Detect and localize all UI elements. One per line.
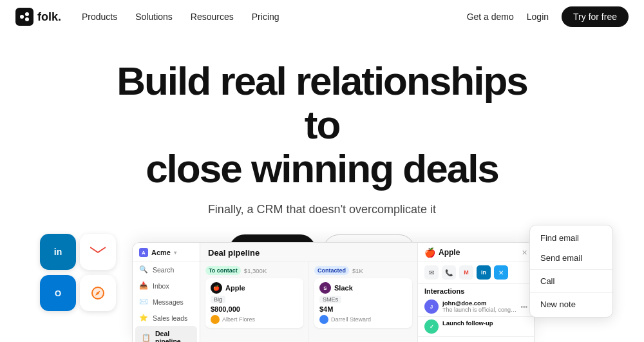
sidebar-item-messages[interactable]: ✉️ Messages xyxy=(133,294,200,310)
apple-action-bar: ✉ 📞 M in ✕ xyxy=(418,261,534,284)
mockup-area: in O A Acme ▾ 🔍 Search xyxy=(0,233,644,342)
col-header-to-contact: To contact $1,300K xyxy=(205,266,303,275)
to-contact-amount: $1,300K xyxy=(244,267,267,274)
card-slack[interactable]: S Slack SMEs $4M Darrell Steward xyxy=(314,278,412,328)
follow-up-row[interactable]: ✓ Launch follow-up xyxy=(418,317,534,337)
apple-detail-panel: 🍎 Apple ✕ ✉ 📞 M in ✕ Interactions J john… xyxy=(418,243,534,342)
linkedin-action-icon[interactable]: in xyxy=(477,265,491,280)
more-options-icon[interactable]: ••• xyxy=(520,303,527,310)
gmail-icon xyxy=(80,234,116,270)
nav-solutions[interactable]: Solutions xyxy=(135,12,173,22)
interaction-text: The launch is official, congrats f... xyxy=(442,307,516,313)
logo[interactable]: folk. xyxy=(15,8,61,26)
apple-panel-header: 🍎 Apple ✕ xyxy=(418,243,534,261)
to-contact-badge: To contact xyxy=(205,266,241,275)
inbox-icon: 📥 xyxy=(139,281,148,290)
linkedin-icon: in xyxy=(40,234,76,270)
sidebar-sales-label: Sales leads xyxy=(153,314,187,322)
try-free-nav-button[interactable]: Try for free xyxy=(562,6,629,27)
nav-right: Get a demo Login Try for free xyxy=(467,6,629,27)
phone-action-icon[interactable]: 📞 xyxy=(442,265,456,280)
messages-icon: ✉️ xyxy=(139,298,148,306)
slack-avatar: S xyxy=(319,282,331,294)
interaction-email: john@doe.com xyxy=(442,299,516,307)
context-menu: Find email Send email Call New note xyxy=(529,225,613,318)
john-avatar: J xyxy=(424,299,439,314)
follow-up-content: Launch follow-up xyxy=(442,319,527,327)
slack-name-text: Slack xyxy=(334,284,353,292)
find-email-item[interactable]: Find email xyxy=(530,228,612,248)
context-menu-divider xyxy=(530,269,612,270)
pipeline-columns: To contact $1,300K 🍎 Apple Big $800,000 … xyxy=(200,262,417,342)
albert-avatar xyxy=(211,315,220,324)
close-panel-button[interactable]: ✕ xyxy=(522,249,527,257)
chevron-down-icon: ▾ xyxy=(174,250,176,256)
apple-panel-name: Apple xyxy=(439,248,460,257)
hero-headline: Build real relationships to close winnin… xyxy=(97,59,547,191)
company-name: Acme xyxy=(151,249,171,256)
darrell-name: Darrell Steward xyxy=(331,316,371,323)
sidebar-pipeline-label: Deal pipeline xyxy=(155,330,191,342)
sidebar-item-deal-pipeline[interactable]: 📋 Deal pipeline xyxy=(135,326,197,342)
interactions-label: Interactions xyxy=(418,284,534,297)
svg-rect-0 xyxy=(15,8,33,26)
outlook-icon: O xyxy=(40,275,76,311)
new-note-item[interactable]: New note xyxy=(530,294,612,314)
apple-assignee: Albert Flores xyxy=(211,315,298,324)
send-email-item[interactable]: Send email xyxy=(530,248,612,268)
sales-leads-icon: ⭐ xyxy=(139,314,148,322)
hero-headline-line2: close winning deals xyxy=(146,146,498,191)
gmail-action-icon[interactable]: M xyxy=(459,265,473,280)
context-menu-divider-2 xyxy=(530,292,612,293)
hero-headline-line1: Build real relationships to xyxy=(117,59,527,147)
sidebar-inbox-label: Inbox xyxy=(153,282,169,290)
call-item[interactable]: Call xyxy=(530,271,612,291)
crm-main-content: Deal pipeline To contact $1,300K 🍎 Apple… xyxy=(200,243,418,342)
apple-logo-icon: 🍎 xyxy=(424,247,435,258)
twitter-action-icon[interactable]: ✕ xyxy=(494,265,508,280)
company-selector[interactable]: A Acme ▾ xyxy=(133,243,200,261)
hero-subtext: Finally, a CRM that doesn't overcomplica… xyxy=(13,203,631,216)
deal-pipeline-icon: 📋 xyxy=(142,334,151,342)
crm-sidebar: A Acme ▾ 🔍 Search 📥 Inbox ✉️ Messages ⭐ … xyxy=(133,243,200,342)
card-slack-name: S Slack xyxy=(319,282,407,294)
apple-amount: $800,000 xyxy=(211,305,298,313)
pipeline-title: Deal pipeline xyxy=(208,248,260,258)
follow-up-avatar: ✓ xyxy=(424,319,439,334)
compass-icon xyxy=(80,275,116,311)
card-apple-name: 🍎 Apple xyxy=(211,282,298,294)
apple-panel-title: 🍎 Apple xyxy=(424,247,460,258)
logo-text: folk. xyxy=(37,10,61,24)
login-link[interactable]: Login xyxy=(527,12,549,22)
col-header-contacted: Contacted $1K xyxy=(314,266,412,275)
sidebar-item-inbox[interactable]: 📥 Inbox xyxy=(133,278,200,294)
email-action-icon[interactable]: ✉ xyxy=(424,265,439,280)
sidebar-item-sales-leads[interactable]: ⭐ Sales leads xyxy=(133,310,200,326)
svg-point-2 xyxy=(25,12,29,16)
column-contacted: Contacted $1K S Slack SMEs $4M Darrell S… xyxy=(309,262,417,342)
sidebar-messages-label: Messages xyxy=(153,298,184,306)
nav-pricing[interactable]: Pricing xyxy=(252,12,279,22)
nav-resources[interactable]: Resources xyxy=(191,12,234,22)
darrell-avatar xyxy=(319,315,328,324)
get-demo-link[interactable]: Get a demo xyxy=(467,12,514,22)
card-apple[interactable]: 🍎 Apple Big $800,000 Albert Flores xyxy=(205,278,303,328)
contacted-amount: $1K xyxy=(352,267,363,274)
slack-assignee: Darrell Steward xyxy=(319,315,407,324)
apple-tag: Big xyxy=(211,296,225,303)
apple-name-text: Apple xyxy=(225,284,245,292)
sidebar-item-search[interactable]: 🔍 Search xyxy=(133,261,200,278)
svg-point-1 xyxy=(20,15,24,19)
column-to-contact: To contact $1,300K 🍎 Apple Big $800,000 … xyxy=(200,262,309,342)
company-icon: A xyxy=(139,248,148,257)
follow-up-label: Launch follow-up xyxy=(442,319,527,327)
slack-amount: $4M xyxy=(319,305,407,313)
sidebar-search-label: Search xyxy=(153,266,174,274)
interaction-content: john@doe.com The launch is official, con… xyxy=(442,299,516,313)
nav-products[interactable]: Products xyxy=(82,12,117,22)
pipeline-header: Deal pipeline xyxy=(200,243,417,262)
svg-point-3 xyxy=(25,17,29,21)
nav-links: Products Solutions Resources Pricing xyxy=(82,12,467,22)
interaction-row: J john@doe.com The launch is official, c… xyxy=(418,297,534,317)
albert-name: Albert Flores xyxy=(222,316,255,323)
